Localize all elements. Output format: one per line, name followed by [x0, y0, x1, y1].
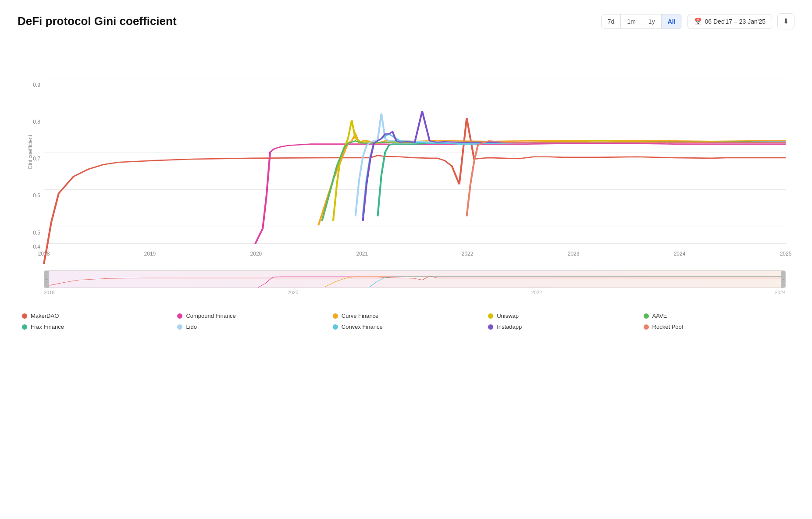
legend-label-makerdao: MakerDAO	[31, 313, 59, 319]
line-frax	[378, 142, 786, 216]
download-button[interactable]: ⬇	[777, 13, 794, 29]
legend-dot-curve	[333, 313, 338, 319]
x-tick-2020: 2020	[250, 251, 262, 257]
calendar-icon: 📅	[694, 18, 702, 25]
x-tick-2023: 2023	[568, 251, 580, 257]
main-chart: Gini coefficient 0.9 0.8 0.7 0.6 0.5 201…	[18, 38, 794, 266]
date-range-label: 06 Dec'17 – 23 Jan'25	[705, 18, 766, 25]
legend-item-uniswap: Uniswap	[488, 313, 634, 319]
time-btn-7d[interactable]: 7d	[602, 14, 621, 28]
y-axis-label: Gini coefficient	[27, 135, 33, 170]
time-button-group: 7d 1m 1y All	[601, 14, 682, 29]
x-tick-2024: 2024	[674, 251, 686, 257]
page-header: DeFi protocol Gini coefficient 7d 1m 1y …	[18, 13, 794, 29]
legend-dot-lido	[177, 324, 182, 330]
chart-plot-area: 0.9 0.8 0.7 0.6 0.5 2018 2019 2020 2021 …	[44, 43, 786, 244]
minimap-left-handle[interactable]: ⋮	[44, 271, 49, 288]
legend-label-instadapp: Instadapp	[497, 323, 522, 330]
legend-dot-aave	[644, 313, 649, 319]
y-tick-08: 0.8	[33, 119, 40, 125]
legend-item-lido: Lido	[177, 323, 324, 330]
y-tick-07: 0.7	[33, 156, 40, 162]
y-tick-06: 0.6	[33, 192, 40, 199]
minimap-right-handle[interactable]: ⋮	[781, 271, 785, 288]
minimap-track: ⋮ ⋮	[44, 270, 786, 288]
y-tick-04: 0.4	[33, 244, 40, 250]
chart-svg	[44, 43, 786, 244]
legend-item-frax: Frax Finance	[22, 323, 168, 330]
legend-label-convex: Convex Finance	[342, 323, 383, 330]
legend-dot-frax	[22, 324, 27, 330]
legend-dot-makerdao	[22, 313, 27, 319]
chart-legend: MakerDAO Compound Finance Curve Finance …	[18, 313, 794, 330]
minimap-label-2020: 2020	[288, 290, 298, 295]
minimap-container: ⋮ ⋮ 2018 2020 2022 2024	[44, 270, 786, 295]
chart-controls: 7d 1m 1y All 📅 06 Dec'17 – 23 Jan'25 ⬇	[601, 13, 794, 29]
x-tick-2022: 2022	[462, 251, 474, 257]
legend-item-convex: Convex Finance	[333, 323, 479, 330]
legend-dot-convex	[333, 324, 338, 330]
time-btn-1m[interactable]: 1m	[621, 14, 642, 28]
x-tick-2019: 2019	[144, 251, 156, 257]
legend-label-curve: Curve Finance	[342, 313, 379, 319]
legend-item-instadapp: Instadapp	[488, 323, 634, 330]
legend-label-rocketpool: Rocket Pool	[652, 323, 683, 330]
minimap-labels: 2018 2020 2022 2024	[44, 290, 786, 295]
legend-dot-compound	[177, 313, 182, 319]
date-range-picker[interactable]: 📅 06 Dec'17 – 23 Jan'25	[687, 14, 772, 29]
legend-item-rocketpool: Rocket Pool	[644, 323, 790, 330]
legend-label-uniswap: Uniswap	[497, 313, 519, 319]
line-rocketpool	[467, 141, 786, 216]
line-aave	[322, 141, 786, 221]
legend-label-aave: AAVE	[652, 313, 667, 319]
legend-label-lido: Lido	[186, 323, 197, 330]
legend-item-makerdao: MakerDAO	[22, 313, 168, 319]
y-tick-05: 0.5	[33, 230, 40, 236]
line-uniswap	[333, 120, 786, 221]
y-tick-09: 0.9	[33, 82, 40, 88]
legend-dot-uniswap	[488, 313, 493, 319]
x-tick-2018: 2018	[38, 251, 50, 257]
legend-item-curve: Curve Finance	[333, 313, 479, 319]
minimap-svg	[49, 271, 781, 288]
time-btn-all[interactable]: All	[662, 14, 682, 28]
legend-dot-instadapp	[488, 324, 493, 330]
legend-dot-rocketpool	[644, 324, 649, 330]
line-lido	[356, 114, 786, 217]
time-btn-1y[interactable]: 1y	[642, 14, 662, 28]
minimap-label-2022: 2022	[531, 290, 542, 295]
line-instadapp	[363, 111, 786, 220]
x-tick-2021: 2021	[356, 251, 368, 257]
legend-item-compound: Compound Finance	[177, 313, 324, 319]
legend-label-frax: Frax Finance	[31, 323, 64, 330]
line-convex	[363, 134, 786, 217]
page-title: DeFi protocol Gini coefficient	[18, 14, 177, 28]
minimap-label-2024: 2024	[775, 290, 785, 295]
x-tick-2025: 2025	[780, 251, 792, 257]
legend-item-aave: AAVE	[644, 313, 790, 319]
legend-label-compound: Compound Finance	[186, 313, 235, 319]
minimap-label-2018: 2018	[44, 290, 54, 295]
